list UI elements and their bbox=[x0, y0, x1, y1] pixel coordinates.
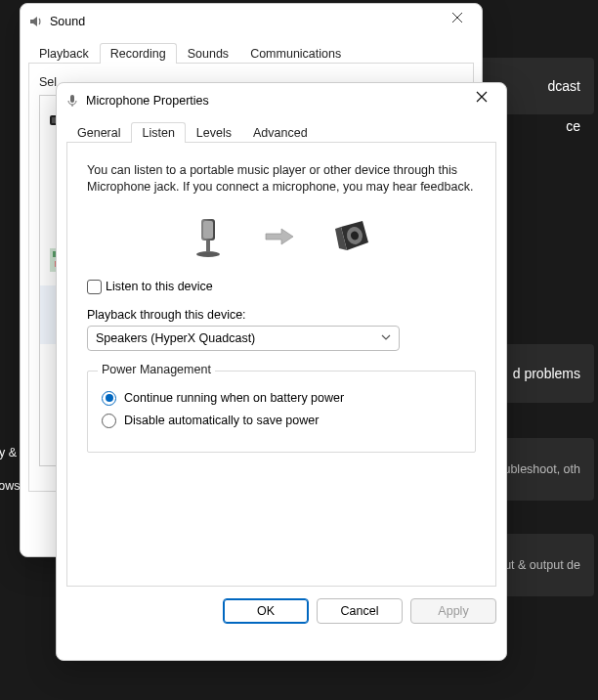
svg-rect-10 bbox=[203, 221, 213, 239]
cancel-button[interactable]: Cancel bbox=[317, 598, 403, 624]
speaker-icon bbox=[28, 14, 44, 29]
sound-titlebar[interactable]: Sound bbox=[21, 4, 482, 39]
tab-advanced[interactable]: Advanced bbox=[242, 122, 319, 143]
mic-device-icon bbox=[191, 215, 226, 261]
listen-checkbox-row[interactable]: Listen to this device bbox=[87, 280, 476, 294]
apply-button: Apply bbox=[410, 598, 496, 624]
power-management-legend: Power Management bbox=[98, 363, 215, 376]
close-button[interactable] bbox=[435, 4, 480, 33]
microphone-icon bbox=[64, 93, 80, 109]
power-management-group: Power Management Continue running when o… bbox=[87, 371, 476, 453]
sound-title: Sound bbox=[50, 15, 85, 28]
listen-illustration bbox=[87, 215, 476, 262]
sound-tabstrip: Playback Recording Sounds Communications bbox=[28, 39, 474, 64]
pm-option-continue[interactable]: Continue running when on battery power bbox=[102, 391, 461, 406]
props-titlebar[interactable]: Microphone Properties bbox=[57, 83, 506, 118]
bg-text: ut & output de bbox=[504, 558, 580, 572]
pm-option-disable[interactable]: Disable automatically to save power bbox=[102, 414, 461, 428]
arrow-right-icon bbox=[265, 228, 294, 248]
props-tabcontent: You can listen to a portable music playe… bbox=[66, 143, 496, 587]
listen-checkbox-label: Listen to this device bbox=[106, 280, 213, 293]
dialog-button-row: OK Cancel Apply bbox=[66, 598, 496, 624]
props-body: General Listen Levels Advanced You can l… bbox=[57, 118, 506, 637]
radio-continue[interactable] bbox=[102, 391, 116, 406]
tab-playback[interactable]: Playback bbox=[28, 43, 100, 64]
tab-general[interactable]: General bbox=[66, 122, 131, 143]
chevron-down-icon bbox=[381, 331, 391, 345]
props-title: Microphone Properties bbox=[86, 94, 209, 108]
close-icon bbox=[476, 91, 488, 106]
bg-text: d problems bbox=[513, 366, 580, 381]
ok-button[interactable]: OK bbox=[223, 598, 309, 624]
tab-levels[interactable]: Levels bbox=[186, 122, 242, 143]
svg-rect-6 bbox=[70, 95, 74, 103]
tab-sounds[interactable]: Sounds bbox=[177, 43, 239, 64]
playback-device-label: Playback through this device: bbox=[87, 308, 476, 322]
bg-text: dcast bbox=[548, 78, 580, 94]
pm-option-continue-label: Continue running when on battery power bbox=[124, 391, 344, 405]
tab-recording[interactable]: Recording bbox=[100, 43, 177, 64]
bg-text: ubleshoot, oth bbox=[503, 462, 580, 476]
radio-disable[interactable] bbox=[102, 414, 116, 428]
listen-description: You can listen to a portable music playe… bbox=[87, 162, 476, 196]
tab-communications[interactable]: Communications bbox=[239, 43, 352, 64]
speaker-device-icon bbox=[333, 217, 372, 259]
playback-device-select[interactable]: Speakers (HyperX Quadcast) bbox=[87, 326, 400, 351]
mic-properties-window: Microphone Properties General Listen Lev… bbox=[56, 82, 507, 661]
tab-listen[interactable]: Listen bbox=[131, 122, 185, 143]
props-tabstrip: General Listen Levels Advanced bbox=[66, 118, 496, 143]
pm-option-disable-label: Disable automatically to save power bbox=[124, 414, 319, 427]
bg-text: ce bbox=[566, 118, 580, 134]
close-button[interactable] bbox=[459, 83, 504, 112]
close-icon bbox=[451, 12, 463, 26]
listen-checkbox[interactable] bbox=[87, 280, 102, 294]
playback-device-value: Speakers (HyperX Quadcast) bbox=[96, 331, 255, 345]
